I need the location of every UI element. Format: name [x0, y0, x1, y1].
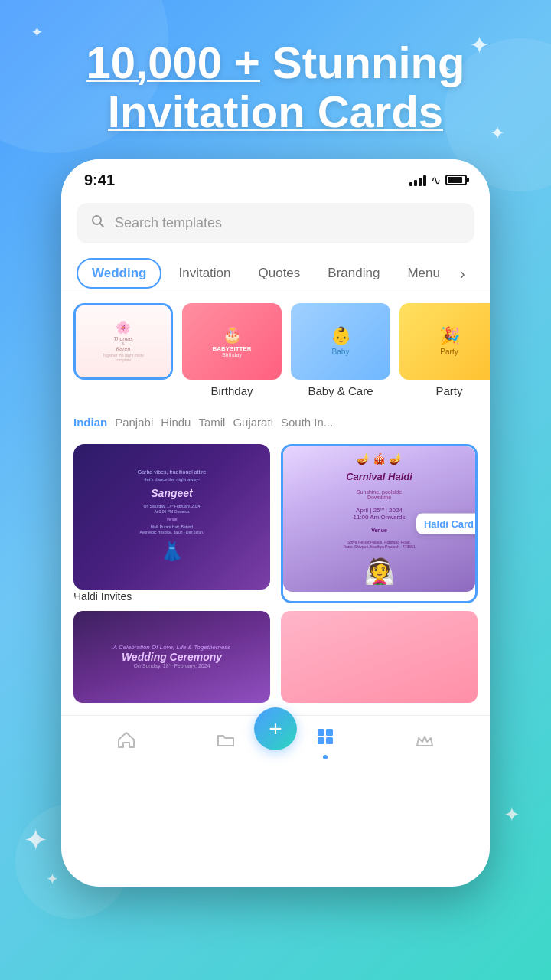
folder-icon — [216, 730, 236, 756]
fab-plus-icon: + — [269, 716, 282, 742]
region-tab-gujarati[interactable]: Gujarati — [233, 416, 273, 429]
haldi-invites-image: Garba vibes, traditional attire -let's d… — [73, 444, 270, 590]
bottom-card-row: A Celebration Of Love, Life & Togetherne… — [61, 611, 490, 715]
card-grid: Garba vibes, traditional attire -let's d… — [61, 436, 490, 611]
hero-title-highlight: 10,000 + — [86, 38, 260, 87]
haldi-invites-label: Haldi Invites — [73, 590, 132, 603]
nav-crown[interactable] — [415, 730, 435, 756]
phone-wrapper: 9:41 ∿ — [0, 159, 551, 887]
hero-section: 10,000 + Stunning Invitation Cards — [0, 0, 551, 159]
phone-mockup: 9:41 ∿ — [61, 159, 490, 887]
region-tab-panjabi[interactable]: Panjabi — [115, 416, 153, 429]
birthday-label: Birthday — [210, 384, 253, 397]
status-time: 9:41 — [84, 172, 115, 189]
wedding-ceremony-card[interactable]: A Celebration Of Love, Life & Togetherne… — [73, 611, 270, 703]
nav-grid[interactable] — [315, 727, 335, 760]
template-card-wedding[interactable]: 🌸 Thomas & Karen Together the night made… — [73, 303, 173, 380]
template-scroll-row: 🌸 Thomas & Karen Together the night made… — [61, 292, 490, 408]
haldi-invites-card[interactable]: Garba vibes, traditional attire -let's d… — [73, 444, 270, 603]
tab-quotes[interactable]: Quotes — [245, 256, 315, 290]
template-card-baby-care[interactable]: 👶 Baby Baby & Care — [291, 303, 390, 397]
search-bar[interactable]: Search templates — [77, 203, 474, 243]
status-bar: 9:41 ∿ — [61, 159, 490, 195]
party-label: Party — [435, 384, 462, 397]
svg-rect-4 — [318, 737, 324, 744]
bottom-nav: + — [61, 715, 490, 773]
haldi-card-badge: Haldi Card — [416, 513, 478, 534]
nav-active-dot — [323, 755, 328, 760]
baby-care-label: Baby & Care — [308, 384, 373, 397]
region-tab-tamil[interactable]: Tamil — [198, 416, 225, 429]
battery-icon — [445, 175, 467, 185]
grid-icon — [315, 727, 335, 752]
region-tab-hindu[interactable]: Hindu — [161, 416, 191, 429]
placeholder-card[interactable] — [281, 611, 478, 703]
template-card-party[interactable]: 🎉 Party Party — [399, 303, 490, 397]
tab-invitation[interactable]: Invitation — [165, 256, 244, 290]
svg-rect-2 — [318, 729, 324, 736]
wedding-flower-icon: 🌸 — [116, 320, 131, 335]
template-card-birthday[interactable]: 🎂 BABYSITTER Birthday Birthday — [182, 303, 282, 397]
tab-menu[interactable]: Menu — [393, 256, 454, 290]
svg-line-1 — [100, 223, 104, 227]
svg-rect-3 — [326, 729, 333, 736]
region-tabs: Indian Panjabi Hindu Tamil Gujarati Sout… — [61, 408, 490, 436]
region-tab-south-indian[interactable]: South In... — [281, 416, 333, 429]
tab-more-icon[interactable]: › — [454, 256, 471, 292]
region-tab-indian[interactable]: Indian — [73, 416, 107, 429]
category-tabs: Wedding Invitation Quotes Branding Menu … — [61, 256, 490, 292]
fab-button[interactable]: + — [254, 707, 297, 750]
search-placeholder: Search templates — [115, 215, 222, 231]
tab-branding[interactable]: Branding — [314, 256, 393, 290]
search-icon — [90, 214, 106, 233]
hero-subtitle: Invitation Cards — [108, 87, 443, 136]
status-icons: ∿ — [409, 173, 467, 188]
nav-folder[interactable] — [216, 730, 236, 756]
wifi-icon: ∿ — [431, 173, 441, 188]
signal-icon — [409, 174, 426, 186]
nav-home[interactable] — [116, 730, 136, 756]
hero-title: 10,000 + Stunning Invitation Cards — [31, 38, 520, 136]
carnival-haldi-card[interactable]: 🪔🎪🪔 Carnival Haldi Sunshine, poolsideDow… — [281, 444, 478, 603]
home-icon — [116, 730, 136, 756]
svg-rect-5 — [326, 737, 333, 744]
tab-wedding[interactable]: Wedding — [77, 258, 161, 289]
crown-icon — [415, 730, 435, 756]
search-container: Search templates — [61, 195, 490, 256]
